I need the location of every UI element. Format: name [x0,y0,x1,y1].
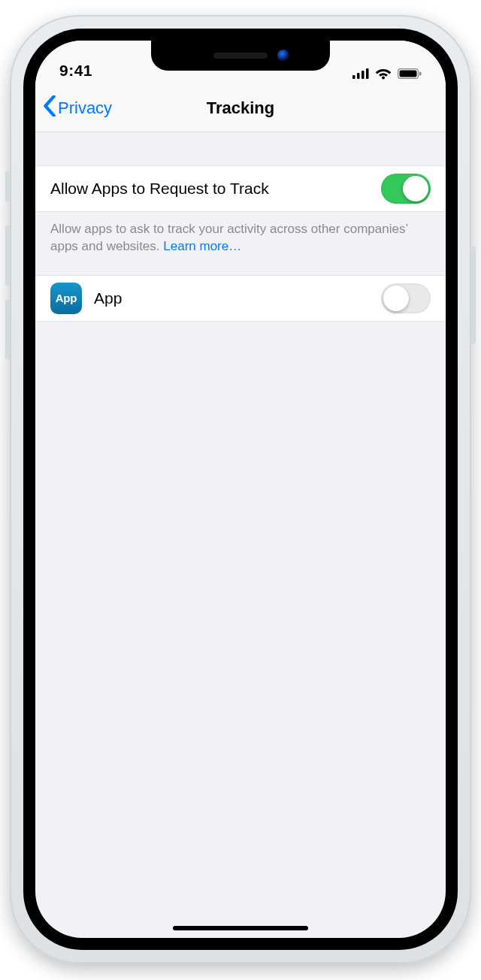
page-title: Tracking [207,98,274,118]
nav-bar: Privacy Tracking [35,84,446,132]
back-label: Privacy [58,98,112,118]
svg-rect-3 [366,68,369,79]
app-name: App [94,289,122,307]
mute-switch [5,171,10,201]
section-spacer [35,132,446,165]
svg-point-4 [382,77,385,80]
screen: 9:41 [35,41,446,938]
speaker [213,53,268,59]
bezel: 9:41 [23,29,458,950]
settings-content: Allow Apps to Request to Track Allow app… [35,132,446,322]
volume-up [5,225,10,286]
svg-rect-1 [357,73,360,79]
svg-rect-7 [419,72,422,76]
svg-rect-6 [400,71,417,77]
app-tracking-toggle[interactable] [381,283,431,313]
battery-icon [398,68,422,79]
app-icon: App [50,283,82,314]
phone-frame: 9:41 [10,15,471,963]
allow-tracking-cell: Allow Apps to Request to Track [35,165,446,212]
allow-tracking-footer: Allow apps to ask to track your activity… [35,212,446,275]
allow-tracking-label: Allow Apps to Request to Track [50,180,269,198]
allow-tracking-toggle[interactable] [381,174,431,204]
cellular-icon [352,68,369,79]
app-tracking-cell: App App [35,275,446,322]
power-button [471,247,476,344]
back-button[interactable]: Privacy [43,95,112,121]
status-time: 9:41 [59,62,92,80]
front-camera [277,50,289,62]
chevron-left-icon [43,95,56,121]
svg-rect-0 [352,75,355,79]
svg-rect-2 [362,71,365,79]
status-icons [352,68,422,80]
notch [151,41,330,71]
learn-more-link[interactable]: Learn more… [163,239,241,253]
home-indicator[interactable] [173,926,308,930]
wifi-icon [375,68,392,80]
volume-down [5,299,10,359]
